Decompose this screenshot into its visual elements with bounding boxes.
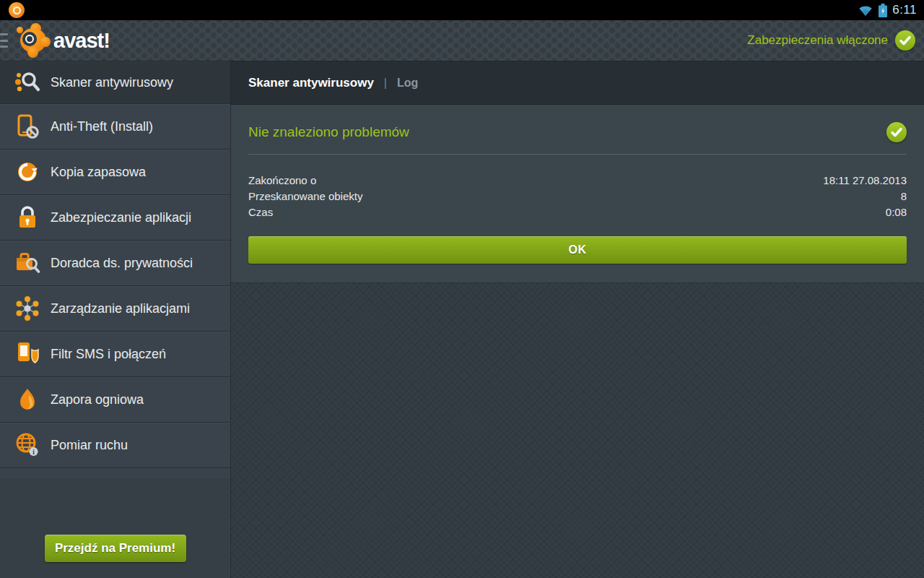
- sidebar-item-anti-theft[interactable]: Anti-Theft (Install): [0, 104, 230, 150]
- breadcrumb-separator: |: [384, 77, 387, 90]
- scan-stats: Zakończono o 18:11 27.08.2013 Przeskanow…: [248, 172, 907, 220]
- sidebar-item-sms-call-filter[interactable]: Filtr SMS i połączeń: [0, 332, 230, 377]
- android-status-bar: 6:11: [0, 0, 924, 20]
- stat-value: 18:11 27.08.2013: [823, 174, 907, 186]
- sidebar-item-label: Zabezpieczanie aplikacji: [51, 210, 191, 225]
- anti-theft-icon: [14, 113, 40, 139]
- scan-result-card: Nie znaleziono problemów Zakończono o 18…: [231, 105, 924, 283]
- sidebar-item-label: Zarządzanie aplikacjami: [51, 301, 190, 316]
- app-locking-icon: [14, 204, 40, 230]
- sms-call-filter-icon: [14, 341, 40, 367]
- scan-result-text: Nie znaleziono problemów: [248, 124, 409, 140]
- svg-text:i: i: [32, 449, 35, 456]
- antivirus-scanner-icon: [14, 69, 40, 95]
- check-badge-icon: [895, 30, 915, 51]
- avast-mobile-security-screen: 6:11 avast! Zabezpieczenia włączone: [0, 0, 924, 578]
- sidebar-menu: Skaner antywirusowy Anti-Theft (Install)…: [0, 61, 231, 578]
- stat-label: Przeskanowane obiekty: [248, 190, 362, 202]
- breadcrumb-title: Skaner antywirusowy: [248, 76, 374, 90]
- sidebar-item-label: Kopia zapasowa: [51, 165, 146, 180]
- battery-charging-icon: [879, 4, 887, 17]
- avast-notification-icon: [9, 2, 25, 18]
- drawer-handle-icon[interactable]: [0, 31, 9, 50]
- avast-logo-icon: [14, 22, 52, 59]
- sidebar-item-privacy-advisor[interactable]: Doradca ds. prywatności: [0, 241, 230, 286]
- sidebar-item-app-locking[interactable]: Zabezpieczanie aplikacji: [0, 195, 230, 241]
- sidebar-item-label: Anti-Theft (Install): [51, 119, 153, 134]
- app-management-icon: [14, 296, 40, 322]
- app-header: avast! Zabezpieczenia włączone: [0, 20, 924, 61]
- ok-button[interactable]: OK: [248, 236, 907, 264]
- go-premium-button[interactable]: Przejdź na Premium!: [45, 535, 186, 562]
- sidebar-item-label: Filtr SMS i połączeń: [51, 347, 166, 362]
- sidebar-item-label: Pomiar ruchu: [51, 438, 128, 453]
- sidebar-item-antivirus-scanner[interactable]: Skaner antywirusowy: [0, 61, 230, 104]
- sidebar-item-label: Zapora ogniowa: [51, 392, 144, 407]
- content-header: Skaner antywirusowy | Log: [231, 61, 924, 105]
- protection-status: Zabezpieczenia włączone: [747, 30, 924, 51]
- sidebar-item-network-meter[interactable]: i Pomiar ruchu: [0, 423, 230, 468]
- stat-label: Czas: [248, 206, 273, 218]
- status-bar-clock: 6:11: [892, 3, 917, 17]
- stat-row-finished: Zakończono o 18:11 27.08.2013: [248, 172, 907, 188]
- network-meter-icon: i: [14, 432, 40, 458]
- stat-value: 8: [901, 190, 907, 202]
- protection-status-text: Zabezpieczenia włączone: [747, 33, 888, 48]
- main-content: Skaner antywirusowy | Log Nie znaleziono…: [231, 61, 924, 578]
- sidebar-item-backup[interactable]: Kopia zapasowa: [0, 150, 230, 195]
- avast-logo: avast!: [14, 22, 110, 59]
- sidebar-filler: [0, 478, 230, 578]
- stat-row-scanned-objects: Przeskanowane obiekty 8: [248, 188, 907, 204]
- stat-value: 0:08: [886, 206, 907, 218]
- wifi-icon: [858, 4, 873, 17]
- firewall-icon: [14, 387, 40, 413]
- stat-label: Zakończono o: [248, 174, 316, 186]
- backup-icon: [14, 159, 40, 185]
- sidebar-item-label: Skaner antywirusowy: [51, 75, 173, 90]
- breadcrumb-section-log[interactable]: Log: [397, 77, 418, 90]
- scan-result-check-icon: [886, 122, 907, 142]
- card-divider: [248, 154, 907, 155]
- avast-logo-wordmark: avast!: [53, 29, 110, 53]
- sidebar-item-firewall[interactable]: Zapora ogniowa: [0, 377, 230, 423]
- sidebar-item-app-management[interactable]: Zarządzanie aplikacjami: [0, 286, 230, 332]
- privacy-advisor-icon: [14, 250, 40, 276]
- stat-row-duration: Czas 0:08: [248, 204, 907, 220]
- sidebar-item-label: Doradca ds. prywatności: [51, 256, 193, 271]
